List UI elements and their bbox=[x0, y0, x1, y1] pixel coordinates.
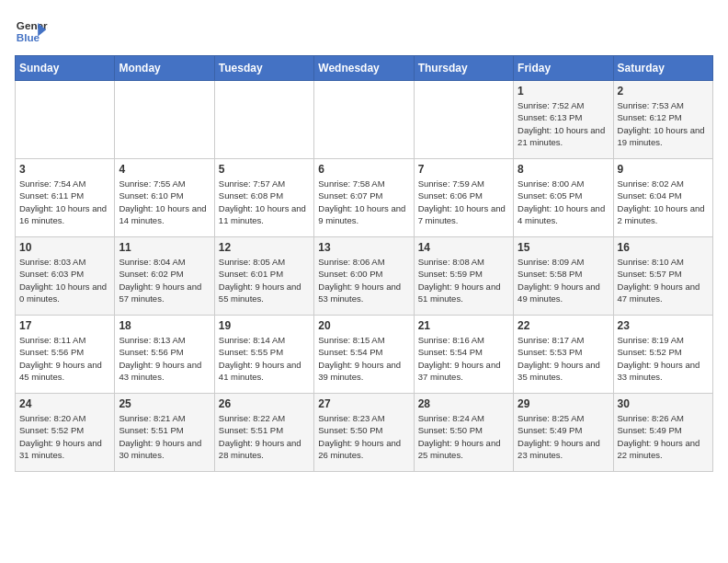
calendar-cell: 9Sunrise: 8:02 AM Sunset: 6:04 PM Daylig… bbox=[613, 159, 712, 237]
day-number: 20 bbox=[318, 319, 409, 332]
cell-info: Sunrise: 7:59 AM Sunset: 6:06 PM Dayligh… bbox=[418, 178, 509, 226]
day-header: Friday bbox=[514, 56, 613, 81]
day-number: 16 bbox=[618, 241, 709, 254]
calendar-cell: 3Sunrise: 7:54 AM Sunset: 6:11 PM Daylig… bbox=[16, 159, 115, 237]
calendar-week-row: 24Sunrise: 8:20 AM Sunset: 5:52 PM Dayli… bbox=[16, 394, 713, 472]
header: General Blue bbox=[15, 15, 713, 48]
cell-info: Sunrise: 7:57 AM Sunset: 6:08 PM Dayligh… bbox=[219, 178, 310, 226]
day-header: Thursday bbox=[414, 56, 513, 81]
cell-info: Sunrise: 8:24 AM Sunset: 5:50 PM Dayligh… bbox=[418, 412, 509, 461]
calendar-cell: 21Sunrise: 8:16 AM Sunset: 5:54 PM Dayli… bbox=[414, 316, 513, 394]
cell-info: Sunrise: 8:02 AM Sunset: 6:04 PM Dayligh… bbox=[618, 178, 709, 226]
cell-info: Sunrise: 8:09 AM Sunset: 5:58 PM Dayligh… bbox=[518, 256, 609, 304]
cell-info: Sunrise: 8:22 AM Sunset: 5:51 PM Dayligh… bbox=[219, 412, 310, 461]
day-number: 14 bbox=[418, 241, 509, 254]
logo: General Blue bbox=[15, 15, 48, 48]
cell-info: Sunrise: 8:21 AM Sunset: 5:51 PM Dayligh… bbox=[119, 412, 210, 461]
day-header: Monday bbox=[115, 56, 214, 81]
day-number: 27 bbox=[318, 397, 409, 410]
day-number: 11 bbox=[119, 241, 210, 254]
calendar-cell bbox=[16, 81, 115, 159]
calendar-cell: 19Sunrise: 8:14 AM Sunset: 5:55 PM Dayli… bbox=[214, 316, 313, 394]
calendar-cell: 29Sunrise: 8:25 AM Sunset: 5:49 PM Dayli… bbox=[514, 394, 613, 472]
calendar-cell: 16Sunrise: 8:10 AM Sunset: 5:57 PM Dayli… bbox=[613, 237, 712, 316]
calendar-cell: 23Sunrise: 8:19 AM Sunset: 5:52 PM Dayli… bbox=[613, 316, 712, 394]
day-number: 1 bbox=[518, 85, 609, 98]
day-number: 19 bbox=[219, 319, 310, 332]
day-header: Saturday bbox=[613, 56, 712, 81]
day-number: 21 bbox=[418, 319, 509, 332]
calendar-cell: 4Sunrise: 7:55 AM Sunset: 6:10 PM Daylig… bbox=[115, 159, 214, 237]
svg-text:Blue: Blue bbox=[17, 31, 40, 43]
cell-info: Sunrise: 8:08 AM Sunset: 5:59 PM Dayligh… bbox=[418, 256, 509, 304]
cell-info: Sunrise: 7:54 AM Sunset: 6:11 PM Dayligh… bbox=[19, 178, 110, 226]
calendar-cell: 2Sunrise: 7:53 AM Sunset: 6:12 PM Daylig… bbox=[613, 81, 712, 159]
day-number: 3 bbox=[19, 163, 110, 176]
day-number: 28 bbox=[418, 397, 509, 410]
day-number: 9 bbox=[618, 163, 709, 176]
calendar-cell: 22Sunrise: 8:17 AM Sunset: 5:53 PM Dayli… bbox=[514, 316, 613, 394]
calendar-cell: 26Sunrise: 8:22 AM Sunset: 5:51 PM Dayli… bbox=[214, 394, 313, 472]
calendar-cell: 24Sunrise: 8:20 AM Sunset: 5:52 PM Dayli… bbox=[16, 394, 115, 472]
calendar-cell bbox=[115, 81, 214, 159]
day-number: 18 bbox=[119, 319, 210, 332]
day-number: 7 bbox=[418, 163, 509, 176]
day-number: 29 bbox=[518, 397, 609, 410]
cell-info: Sunrise: 8:20 AM Sunset: 5:52 PM Dayligh… bbox=[19, 412, 110, 461]
day-number: 22 bbox=[518, 319, 609, 332]
cell-info: Sunrise: 8:10 AM Sunset: 5:57 PM Dayligh… bbox=[618, 256, 709, 304]
cell-info: Sunrise: 7:55 AM Sunset: 6:10 PM Dayligh… bbox=[119, 178, 210, 226]
calendar-cell: 30Sunrise: 8:26 AM Sunset: 5:49 PM Dayli… bbox=[613, 394, 712, 472]
day-header: Wednesday bbox=[314, 56, 414, 81]
calendar-cell: 10Sunrise: 8:03 AM Sunset: 6:03 PM Dayli… bbox=[16, 237, 115, 316]
day-number: 2 bbox=[618, 85, 709, 98]
cell-info: Sunrise: 8:13 AM Sunset: 5:56 PM Dayligh… bbox=[119, 334, 210, 383]
calendar-cell: 11Sunrise: 8:04 AM Sunset: 6:02 PM Dayli… bbox=[115, 237, 214, 316]
calendar-week-row: 10Sunrise: 8:03 AM Sunset: 6:03 PM Dayli… bbox=[16, 237, 713, 316]
calendar-header-row: SundayMondayTuesdayWednesdayThursdayFrid… bbox=[16, 56, 713, 81]
calendar-cell: 25Sunrise: 8:21 AM Sunset: 5:51 PM Dayli… bbox=[115, 394, 214, 472]
calendar-cell: 12Sunrise: 8:05 AM Sunset: 6:01 PM Dayli… bbox=[214, 237, 313, 316]
logo-icon: General Blue bbox=[15, 15, 48, 48]
calendar-body: 1Sunrise: 7:52 AM Sunset: 6:13 PM Daylig… bbox=[16, 81, 713, 472]
cell-info: Sunrise: 8:11 AM Sunset: 5:56 PM Dayligh… bbox=[19, 334, 110, 383]
calendar-cell bbox=[214, 81, 313, 159]
cell-info: Sunrise: 8:15 AM Sunset: 5:54 PM Dayligh… bbox=[318, 334, 409, 383]
calendar-cell: 17Sunrise: 8:11 AM Sunset: 5:56 PM Dayli… bbox=[16, 316, 115, 394]
cell-info: Sunrise: 8:26 AM Sunset: 5:49 PM Dayligh… bbox=[618, 412, 709, 461]
calendar-cell: 18Sunrise: 8:13 AM Sunset: 5:56 PM Dayli… bbox=[115, 316, 214, 394]
day-number: 24 bbox=[19, 397, 110, 410]
day-header: Tuesday bbox=[214, 56, 313, 81]
calendar-cell: 7Sunrise: 7:59 AM Sunset: 6:06 PM Daylig… bbox=[414, 159, 513, 237]
cell-info: Sunrise: 8:04 AM Sunset: 6:02 PM Dayligh… bbox=[119, 256, 210, 304]
cell-info: Sunrise: 7:53 AM Sunset: 6:12 PM Dayligh… bbox=[618, 99, 709, 148]
calendar-cell: 27Sunrise: 8:23 AM Sunset: 5:50 PM Dayli… bbox=[314, 394, 414, 472]
day-number: 6 bbox=[318, 163, 409, 176]
calendar-week-row: 3Sunrise: 7:54 AM Sunset: 6:11 PM Daylig… bbox=[16, 159, 713, 237]
cell-info: Sunrise: 8:14 AM Sunset: 5:55 PM Dayligh… bbox=[219, 334, 310, 383]
day-number: 13 bbox=[318, 241, 409, 254]
cell-info: Sunrise: 8:19 AM Sunset: 5:52 PM Dayligh… bbox=[618, 334, 709, 383]
day-number: 15 bbox=[518, 241, 609, 254]
day-number: 23 bbox=[618, 319, 709, 332]
calendar-cell: 15Sunrise: 8:09 AM Sunset: 5:58 PM Dayli… bbox=[514, 237, 613, 316]
cell-info: Sunrise: 7:52 AM Sunset: 6:13 PM Dayligh… bbox=[518, 99, 609, 148]
cell-info: Sunrise: 7:58 AM Sunset: 6:07 PM Dayligh… bbox=[318, 178, 409, 226]
day-number: 26 bbox=[219, 397, 310, 410]
cell-info: Sunrise: 8:16 AM Sunset: 5:54 PM Dayligh… bbox=[418, 334, 509, 383]
cell-info: Sunrise: 8:25 AM Sunset: 5:49 PM Dayligh… bbox=[518, 412, 609, 461]
day-number: 17 bbox=[19, 319, 110, 332]
calendar-cell: 13Sunrise: 8:06 AM Sunset: 6:00 PM Dayli… bbox=[314, 237, 414, 316]
calendar-cell bbox=[314, 81, 414, 159]
cell-info: Sunrise: 8:03 AM Sunset: 6:03 PM Dayligh… bbox=[19, 256, 110, 304]
calendar-cell: 5Sunrise: 7:57 AM Sunset: 6:08 PM Daylig… bbox=[214, 159, 313, 237]
calendar-cell: 8Sunrise: 8:00 AM Sunset: 6:05 PM Daylig… bbox=[514, 159, 613, 237]
calendar-cell: 1Sunrise: 7:52 AM Sunset: 6:13 PM Daylig… bbox=[514, 81, 613, 159]
day-number: 10 bbox=[19, 241, 110, 254]
day-number: 4 bbox=[119, 163, 210, 176]
day-number: 25 bbox=[119, 397, 210, 410]
cell-info: Sunrise: 8:05 AM Sunset: 6:01 PM Dayligh… bbox=[219, 256, 310, 304]
day-number: 12 bbox=[219, 241, 310, 254]
calendar-cell: 14Sunrise: 8:08 AM Sunset: 5:59 PM Dayli… bbox=[414, 237, 513, 316]
cell-info: Sunrise: 8:06 AM Sunset: 6:00 PM Dayligh… bbox=[318, 256, 409, 304]
